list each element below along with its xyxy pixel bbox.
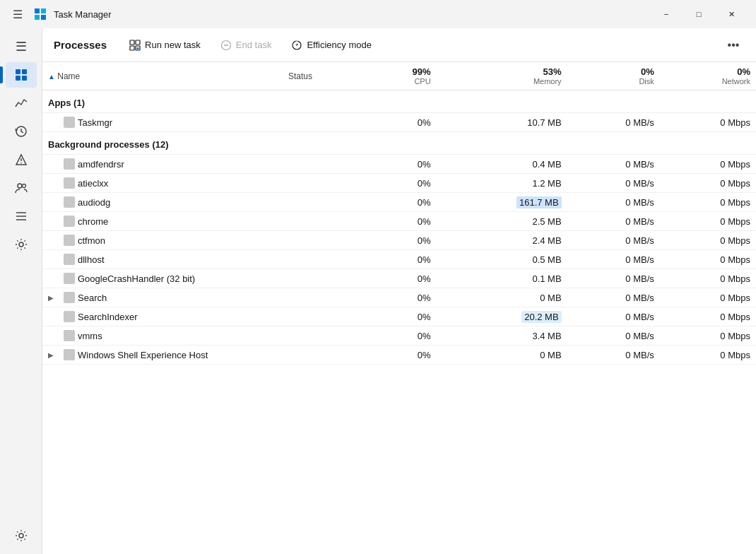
sidebar-item-users[interactable] bbox=[6, 175, 37, 201]
process-table: ▲ Name Status 99% CPU 53% Memory bbox=[42, 62, 756, 365]
more-options-button[interactable]: ••• bbox=[722, 34, 745, 57]
process-icon bbox=[64, 273, 75, 284]
minimize-button[interactable]: − bbox=[650, 3, 683, 25]
process-memory: 20.2 MB bbox=[437, 307, 567, 326]
settings-icon bbox=[14, 529, 28, 543]
sidebar-item-details[interactable] bbox=[6, 204, 37, 229]
table-row[interactable]: Taskmgr 0% 10.7 MB 0 MB/s 0 Mbps bbox=[42, 113, 756, 132]
process-cpu: 0% bbox=[367, 288, 437, 307]
process-name-cell: GoogleCrashHandler (32 bit) bbox=[42, 269, 283, 288]
services-icon bbox=[14, 237, 28, 252]
table-row[interactable]: dllhost 0% 0.5 MB 0 MB/s 0 Mbps bbox=[42, 250, 756, 269]
column-header-disk[interactable]: 0% Disk bbox=[567, 62, 660, 90]
table-row[interactable]: audiodg 0% 161.7 MB 0 MB/s 0 Mbps bbox=[42, 193, 756, 212]
process-icon bbox=[64, 292, 75, 303]
process-icon bbox=[64, 117, 75, 128]
process-disk: 0 MB/s bbox=[567, 269, 660, 288]
end-task-label: End task bbox=[236, 40, 272, 50]
process-icon bbox=[64, 196, 75, 208]
run-new-task-button[interactable]: Run new task bbox=[121, 35, 209, 55]
process-disk: 0 MB/s bbox=[567, 250, 660, 269]
sidebar-item-settings[interactable] bbox=[6, 523, 37, 548]
process-name: ctfmon bbox=[78, 235, 105, 246]
process-table-container[interactable]: ▲ Name Status 99% CPU 53% Memory bbox=[42, 62, 756, 554]
process-memory: 0.4 MB bbox=[437, 155, 567, 174]
expand-arrow[interactable]: ▶ bbox=[48, 294, 58, 302]
sidebar-item-processes[interactable] bbox=[6, 62, 37, 88]
efficiency-icon bbox=[291, 40, 302, 51]
table-row[interactable]: SearchIndexer 0% 20.2 MB 0 MB/s 0 Mbps bbox=[42, 307, 756, 326]
process-icon bbox=[64, 254, 75, 265]
process-network: 0 Mbps bbox=[660, 174, 756, 193]
process-network: 0 Mbps bbox=[660, 212, 756, 231]
process-cpu: 0% bbox=[367, 250, 437, 269]
svg-rect-3 bbox=[41, 15, 46, 20]
process-network: 0 Mbps bbox=[660, 250, 756, 269]
run-new-task-label: Run new task bbox=[145, 40, 201, 50]
sidebar-item-startup[interactable] bbox=[6, 147, 37, 172]
end-task-icon bbox=[220, 40, 232, 51]
process-status bbox=[283, 193, 367, 212]
process-disk: 0 MB/s bbox=[567, 288, 660, 307]
svg-point-13 bbox=[22, 184, 25, 188]
processes-icon bbox=[14, 68, 28, 82]
expand-arrow[interactable]: ▶ bbox=[48, 351, 58, 359]
process-name-cell: ▶ Windows Shell Experience Host bbox=[42, 346, 283, 364]
process-icon bbox=[64, 216, 75, 227]
table-row[interactable]: amdfendrsr 0% 0.4 MB 0 MB/s 0 Mbps bbox=[42, 155, 756, 174]
process-name-cell: audiodg bbox=[42, 193, 283, 211]
table-row[interactable]: ctfmon 0% 2.4 MB 0 MB/s 0 Mbps bbox=[42, 231, 756, 250]
column-header-name[interactable]: ▲ Name bbox=[42, 62, 283, 90]
table-row[interactable]: GoogleCrashHandler (32 bit) 0% 0.1 MB 0 … bbox=[42, 269, 756, 288]
column-header-cpu[interactable]: 99% CPU bbox=[367, 62, 437, 90]
process-network: 0 Mbps bbox=[660, 193, 756, 212]
column-header-status[interactable]: Status bbox=[283, 62, 367, 90]
svg-rect-20 bbox=[136, 40, 140, 45]
sidebar-item-services[interactable] bbox=[6, 232, 37, 257]
close-button[interactable]: ✕ bbox=[715, 3, 748, 25]
process-icon bbox=[64, 330, 75, 341]
sidebar-item-performance[interactable] bbox=[6, 90, 37, 116]
process-icon bbox=[64, 158, 75, 170]
svg-rect-7 bbox=[22, 76, 27, 81]
process-disk: 0 MB/s bbox=[567, 231, 660, 250]
svg-rect-4 bbox=[16, 69, 20, 74]
process-disk: 0 MB/s bbox=[567, 307, 660, 326]
table-row[interactable]: chrome 0% 2.5 MB 0 MB/s 0 Mbps bbox=[42, 212, 756, 231]
efficiency-mode-button[interactable]: Efficiency mode bbox=[283, 35, 380, 55]
process-cpu: 0% bbox=[367, 307, 437, 326]
svg-rect-21 bbox=[130, 46, 134, 50]
end-task-button[interactable]: End task bbox=[212, 35, 280, 55]
process-disk: 0 MB/s bbox=[567, 212, 660, 231]
process-name-cell: Taskmgr bbox=[42, 113, 283, 131]
process-network: 0 Mbps bbox=[660, 231, 756, 250]
process-cpu: 0% bbox=[367, 326, 437, 346]
table-row[interactable]: ▶ Search 0% 0 MB 0 MB/s 0 Mbps bbox=[42, 288, 756, 307]
sidebar-item-hamburger[interactable]: ☰ bbox=[6, 34, 37, 59]
table-row[interactable]: atieclxx 0% 1.2 MB 0 MB/s 0 Mbps bbox=[42, 174, 756, 193]
maximize-button[interactable]: □ bbox=[683, 3, 715, 25]
toolbar: Processes Run new task End task bbox=[42, 28, 756, 62]
group-name: Apps (1) bbox=[42, 90, 283, 112]
process-disk: 0 MB/s bbox=[567, 174, 660, 193]
sidebar-item-history[interactable] bbox=[6, 119, 37, 144]
column-header-network[interactable]: 0% Network bbox=[660, 62, 756, 90]
svg-point-11 bbox=[20, 163, 22, 164]
process-status bbox=[283, 250, 367, 269]
titlebar: ☰ Task Manager − □ ✕ bbox=[0, 0, 756, 28]
process-cpu: 0% bbox=[367, 174, 437, 193]
process-network: 0 Mbps bbox=[660, 346, 756, 365]
process-cpu: 0% bbox=[367, 155, 437, 174]
column-header-memory[interactable]: 53% Memory bbox=[437, 62, 567, 90]
app-icon bbox=[34, 8, 47, 20]
sidebar: ☰ bbox=[0, 28, 42, 554]
hamburger-icon[interactable]: ☰ bbox=[8, 5, 27, 24]
process-name-cell: ctfmon bbox=[42, 231, 283, 249]
table-row[interactable]: ▶ Windows Shell Experience Host 0% 0 MB … bbox=[42, 346, 756, 365]
table-row[interactable]: vmms 0% 3.4 MB 0 MB/s 0 Mbps bbox=[42, 326, 756, 346]
svg-rect-1 bbox=[41, 8, 46, 13]
process-status bbox=[283, 326, 367, 346]
process-memory: 2.5 MB bbox=[437, 212, 567, 231]
svg-rect-5 bbox=[22, 69, 27, 74]
process-network: 0 Mbps bbox=[660, 326, 756, 346]
